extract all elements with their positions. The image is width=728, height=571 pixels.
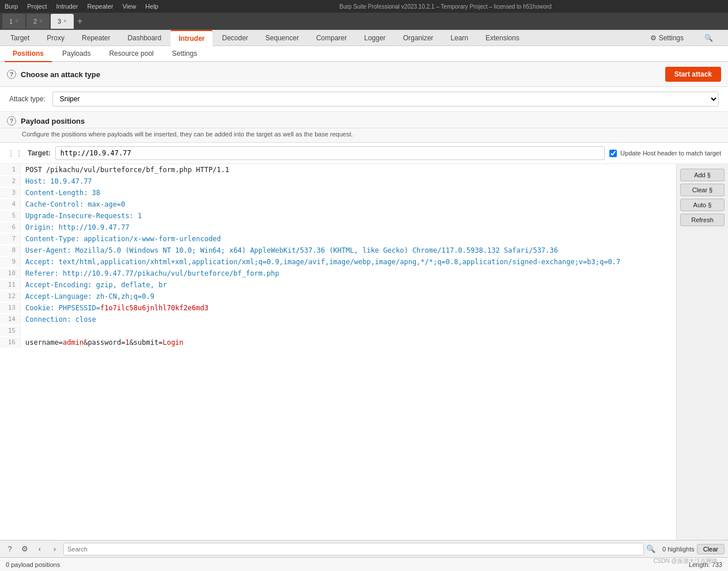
watermark: CSDN @振朋大汉在网络... xyxy=(653,557,722,565)
nav-settings[interactable]: ⚙ Settings xyxy=(642,30,692,46)
payload-positions-title: Payload positions xyxy=(21,117,85,125)
table-row: 2Host: 10.9.47.77 xyxy=(0,176,676,187)
highlights-count: 0 highlights xyxy=(662,546,695,553)
auto-markers-button[interactable]: Auto § xyxy=(680,199,725,211)
update-host-checkbox[interactable] xyxy=(609,150,617,157)
line-content: POST /pikachu/vul/burteforce/bf_form.php… xyxy=(21,165,676,175)
table-row: 1POST /pikachu/vul/burteforce/bf_form.ph… xyxy=(0,164,676,176)
search-input[interactable] xyxy=(63,543,644,555)
menu-project[interactable]: Project xyxy=(27,3,47,10)
menu-burp[interactable]: Burp xyxy=(5,3,18,10)
table-row: 9Accept: text/html,application/xhtml+xml… xyxy=(0,256,676,268)
line-content: Cache-Control: max-age=0 xyxy=(21,199,676,210)
table-row: 13Cookie: PHPSESSID=f1o7ilc58u6jnlhl70kf… xyxy=(0,302,676,314)
refresh-button[interactable]: Refresh xyxy=(680,214,725,226)
update-host-label: Update Host header to match target xyxy=(620,150,721,157)
payload-positions-count: 0 payload positions xyxy=(6,561,60,568)
line-number: 12 xyxy=(0,291,21,302)
line-number: 6 xyxy=(0,222,21,233)
nav-comparer[interactable]: Comparer xyxy=(308,30,355,46)
close-tab-3[interactable]: × xyxy=(63,18,67,24)
line-content: Content-Type: application/x-www-form-url… xyxy=(21,234,676,244)
back-btn[interactable]: ‹ xyxy=(33,543,46,555)
status-bar: 0 payload positions Length: 733 xyxy=(0,557,728,571)
settings-icon-btn[interactable]: ⚙ xyxy=(18,543,31,555)
target-row: ⋮⋮ Target: Update Host header to match t… xyxy=(0,143,728,164)
menu-view[interactable]: View xyxy=(123,3,136,10)
table-row: 8User-Agent: Mozilla/5.0 (Windows NT 10.… xyxy=(0,245,676,256)
main-nav: Target Proxy Repeater Dashboard Intruder… xyxy=(0,30,728,46)
table-row: 12Accept-Language: zh-CN,zh;q=0.9 xyxy=(0,291,676,302)
table-row: 5Upgrade-Insecure-Requests: 1 xyxy=(0,210,676,222)
line-content: Connection: close xyxy=(21,314,676,325)
window-tab-3[interactable]: 3 × xyxy=(51,14,74,29)
tab-payloads[interactable]: Payloads xyxy=(54,45,98,62)
line-content: Cookie: PHPSESSID=f1o7ilc58u6jnlhl70kf2e… xyxy=(21,303,676,313)
tab-positions[interactable]: Positions xyxy=(5,46,52,62)
menu-repeater[interactable]: Repeater xyxy=(87,3,113,10)
attack-type-help[interactable]: ? xyxy=(7,70,16,79)
table-row: 7Content-Type: application/x-www-form-ur… xyxy=(0,233,676,245)
menu-intruder[interactable]: Intruder xyxy=(56,3,78,10)
nav-intruder[interactable]: Intruder xyxy=(170,30,213,46)
nav-dashboard[interactable]: Dashboard xyxy=(119,30,169,46)
add-tab-button[interactable]: + xyxy=(75,16,85,26)
start-attack-button[interactable]: Start attack xyxy=(665,67,721,82)
line-content: Accept-Encoding: gzip, deflate, br xyxy=(21,280,676,290)
nav-learn[interactable]: Learn xyxy=(442,30,476,46)
menu-bar: Burp Project Intruder Repeater View Help… xyxy=(0,0,728,13)
line-content: username=admin&password=1&submit=Login xyxy=(21,337,676,348)
window-tab-bar: 1 × 2 × 3 × + xyxy=(0,13,728,30)
app-title: Burp Suite Professional v2023.10.2.1 – T… xyxy=(168,3,723,10)
nav-organizer[interactable]: Organizer xyxy=(395,30,442,46)
search-icon: 🔍 xyxy=(646,545,655,553)
table-row: 16username=admin&password=1&submit=Login xyxy=(0,337,676,348)
table-row: 14Connection: close xyxy=(0,314,676,325)
nav-target[interactable]: Target xyxy=(2,30,37,46)
line-content: Accept-Language: zh-CN,zh;q=0.9 xyxy=(21,291,676,302)
attack-type-section: ? Choose an attack type Start attack xyxy=(0,62,728,87)
window-tab-2[interactable]: 2 × xyxy=(26,14,50,29)
main-content: ? Choose an attack type Start attack Att… xyxy=(0,62,728,571)
nav-extensions[interactable]: Extensions xyxy=(477,30,528,46)
table-row: 3Content-Length: 38 xyxy=(0,187,676,199)
attack-type-select[interactable]: Sniper Battering ram Pitchfork Cluster b… xyxy=(52,92,719,106)
line-number: 8 xyxy=(0,245,21,256)
payload-positions-help[interactable]: ? xyxy=(7,116,16,125)
line-content: Upgrade-Insecure-Requests: 1 xyxy=(21,211,676,221)
menu-help[interactable]: Help xyxy=(145,3,158,10)
line-number: 7 xyxy=(0,234,21,244)
forward-btn[interactable]: › xyxy=(48,543,61,555)
close-tab-2[interactable]: × xyxy=(39,18,43,24)
request-area: 1POST /pikachu/vul/burteforce/bf_form.ph… xyxy=(0,164,676,540)
target-label: Target: xyxy=(28,149,51,157)
close-tab-1[interactable]: × xyxy=(15,18,18,24)
line-number: 13 xyxy=(0,303,21,313)
line-number: 15 xyxy=(0,326,21,336)
tab-settings[interactable]: Settings xyxy=(164,45,205,62)
nav-proxy[interactable]: Proxy xyxy=(39,30,73,46)
line-number: 2 xyxy=(0,176,21,186)
clear-markers-button[interactable]: Clear § xyxy=(680,184,725,196)
add-marker-button[interactable]: Add § xyxy=(680,169,725,181)
request-area-wrapper: 1POST /pikachu/vul/burteforce/bf_form.ph… xyxy=(0,164,728,540)
line-number: 9 xyxy=(0,257,21,267)
table-row: 15 xyxy=(0,325,676,337)
line-content: Referer: http://10.9.47.77/pikachu/vul/b… xyxy=(21,268,676,279)
payload-positions-header: ? Payload positions xyxy=(0,112,728,128)
nav-search[interactable]: 🔍 xyxy=(696,30,721,46)
target-input[interactable] xyxy=(55,146,605,160)
line-number: 14 xyxy=(0,314,21,325)
nav-decoder[interactable]: Decoder xyxy=(214,30,256,46)
nav-sequencer[interactable]: Sequencer xyxy=(257,30,307,46)
help-icon-btn[interactable]: ? xyxy=(3,543,16,555)
nav-logger[interactable]: Logger xyxy=(356,30,393,46)
clear-highlights-button[interactable]: Clear xyxy=(697,544,725,554)
tab-resource-pool[interactable]: Resource pool xyxy=(101,45,161,62)
line-number: 10 xyxy=(0,268,21,279)
window-tab-1[interactable]: 1 × xyxy=(2,14,25,29)
line-number: 1 xyxy=(0,165,21,175)
line-number: 4 xyxy=(0,199,21,210)
bottom-toolbar: ? ⚙ ‹ › 🔍 0 highlights Clear xyxy=(0,540,728,557)
nav-repeater[interactable]: Repeater xyxy=(74,30,118,46)
